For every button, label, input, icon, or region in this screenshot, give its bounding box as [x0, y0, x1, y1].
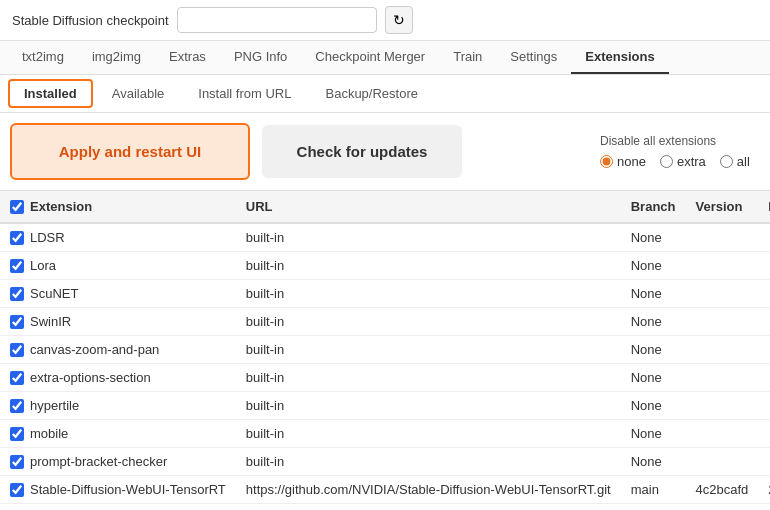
disable-label: Disable all extensions	[600, 134, 760, 148]
extension-version	[686, 336, 759, 364]
extension-date	[758, 308, 770, 336]
extension-branch: None	[621, 364, 686, 392]
table-header-row: Extension URL Branch Version Date	[0, 191, 770, 223]
radio-group: noneextraall	[600, 154, 760, 169]
table-row: mobilebuilt-inNone	[0, 420, 770, 448]
nav-tab-settings[interactable]: Settings	[496, 41, 571, 74]
nav-tab-extensions[interactable]: Extensions	[571, 41, 668, 74]
nav-tab-extras[interactable]: Extras	[155, 41, 220, 74]
extension-version	[686, 448, 759, 476]
radio-option-all[interactable]: all	[720, 154, 750, 169]
extension-branch: None	[621, 336, 686, 364]
table-row: prompt-bracket-checkerbuilt-inNone	[0, 448, 770, 476]
sub-tab-installed[interactable]: Installed	[8, 79, 93, 108]
extension-branch: None	[621, 420, 686, 448]
extension-version: 4c2bcafd	[686, 476, 759, 504]
extension-branch: None	[621, 252, 686, 280]
extension-version	[686, 364, 759, 392]
table-row: Lorabuilt-inNone	[0, 252, 770, 280]
extension-url: built-in	[236, 280, 621, 308]
extension-url: built-in	[236, 308, 621, 336]
th-date: Date	[758, 191, 770, 223]
th-version: Version	[686, 191, 759, 223]
nav-tab-pnginfo[interactable]: PNG Info	[220, 41, 301, 74]
radio-option-extra[interactable]: extra	[660, 154, 706, 169]
extension-name: prompt-bracket-checker	[30, 454, 167, 469]
th-extension: Extension	[0, 191, 236, 223]
sub-tabs: InstalledAvailableInstall from URLBackup…	[0, 75, 770, 113]
extension-name: hypertile	[30, 398, 79, 413]
radio-label-extra: extra	[677, 154, 706, 169]
row-checkbox-4[interactable]	[10, 343, 24, 357]
extension-date	[758, 252, 770, 280]
extension-version	[686, 392, 759, 420]
extension-date	[758, 364, 770, 392]
nav-tab-checkpoint[interactable]: Checkpoint Merger	[301, 41, 439, 74]
extension-date	[758, 448, 770, 476]
extension-date	[758, 336, 770, 364]
row-checkbox-9[interactable]	[10, 483, 24, 497]
radio-all[interactable]	[720, 155, 733, 168]
nav-tabs: txt2imgimg2imgExtrasPNG InfoCheckpoint M…	[0, 41, 770, 75]
row-checkbox-1[interactable]	[10, 259, 24, 273]
top-bar: Stable Diffusion checkpoint ↻	[0, 0, 770, 41]
sub-tab-backup[interactable]: Backup/Restore	[310, 80, 433, 107]
extension-name: Stable-Diffusion-WebUI-TensorRT	[30, 482, 226, 497]
select-all-checkbox[interactable]	[10, 200, 24, 214]
extension-url: built-in	[236, 223, 621, 252]
check-updates-button[interactable]: Check for updates	[262, 125, 462, 178]
radio-option-none[interactable]: none	[600, 154, 646, 169]
sub-tab-install-url[interactable]: Install from URL	[183, 80, 306, 107]
extension-url: built-in	[236, 336, 621, 364]
checkpoint-label: Stable Diffusion checkpoint	[12, 13, 169, 28]
extension-version	[686, 420, 759, 448]
row-checkbox-2[interactable]	[10, 287, 24, 301]
extension-version	[686, 280, 759, 308]
extension-branch: None	[621, 280, 686, 308]
row-checkbox-7[interactable]	[10, 427, 24, 441]
extensions-table-container: Extension URL Branch Version Date LDSRbu…	[0, 191, 770, 504]
table-row: Stable-Diffusion-WebUI-TensorRThttps://g…	[0, 476, 770, 504]
nav-tab-img2img[interactable]: img2img	[78, 41, 155, 74]
radio-label-none: none	[617, 154, 646, 169]
extension-url: built-in	[236, 392, 621, 420]
extension-branch: None	[621, 392, 686, 420]
checkpoint-input[interactable]	[177, 7, 377, 33]
row-checkbox-3[interactable]	[10, 315, 24, 329]
extension-date	[758, 280, 770, 308]
radio-none[interactable]	[600, 155, 613, 168]
extension-branch: None	[621, 308, 686, 336]
table-row: ScuNETbuilt-inNone	[0, 280, 770, 308]
extension-date	[758, 392, 770, 420]
row-checkbox-0[interactable]	[10, 231, 24, 245]
extension-date	[758, 223, 770, 252]
nav-tab-train[interactable]: Train	[439, 41, 496, 74]
th-url: URL	[236, 191, 621, 223]
refresh-icon: ↻	[393, 12, 405, 28]
extension-date: 2023-10-19 13:52:	[758, 476, 770, 504]
extension-branch: main	[621, 476, 686, 504]
radio-label-all: all	[737, 154, 750, 169]
extensions-table: Extension URL Branch Version Date LDSRbu…	[0, 191, 770, 504]
table-row: LDSRbuilt-inNone	[0, 223, 770, 252]
extension-url: built-in	[236, 252, 621, 280]
row-checkbox-5[interactable]	[10, 371, 24, 385]
row-checkbox-6[interactable]	[10, 399, 24, 413]
extension-name: canvas-zoom-and-pan	[30, 342, 159, 357]
apply-restart-button[interactable]: Apply and restart UI	[10, 123, 250, 180]
extension-name: Lora	[30, 258, 56, 273]
extension-url: built-in	[236, 364, 621, 392]
disable-extensions-section: Disable all extensions noneextraall	[600, 134, 760, 169]
refresh-button[interactable]: ↻	[385, 6, 413, 34]
extension-name: SwinIR	[30, 314, 71, 329]
action-row: Apply and restart UI Check for updates D…	[0, 113, 770, 191]
extension-date	[758, 420, 770, 448]
extension-branch: None	[621, 448, 686, 476]
th-branch: Branch	[621, 191, 686, 223]
row-checkbox-8[interactable]	[10, 455, 24, 469]
nav-tab-txt2img[interactable]: txt2img	[8, 41, 78, 74]
extension-name: extra-options-section	[30, 370, 151, 385]
radio-extra[interactable]	[660, 155, 673, 168]
sub-tab-available[interactable]: Available	[97, 80, 180, 107]
table-row: SwinIRbuilt-inNone	[0, 308, 770, 336]
